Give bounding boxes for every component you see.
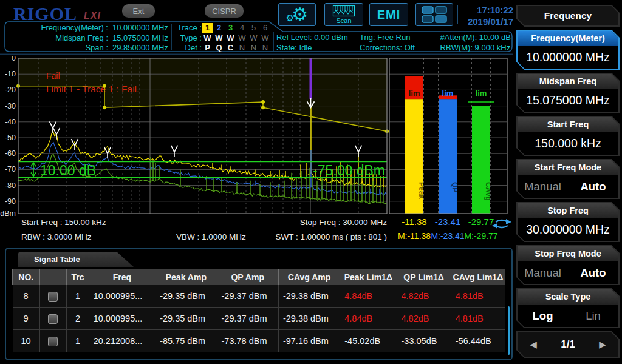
table-header-Trc: Trc bbox=[67, 269, 89, 285]
cell-qp-lim: -33.05dB bbox=[397, 330, 451, 352]
start-freq-annotation: Start Freq : 150.00 kHz bbox=[21, 218, 106, 227]
softkey-value: 30.000000 MHz bbox=[518, 218, 618, 241]
toggle-option-manual[interactable]: Manual bbox=[518, 180, 568, 194]
status-line: State: Idle bbox=[276, 42, 360, 53]
cell-select bbox=[39, 308, 67, 330]
ext-trigger-button[interactable]: Ext bbox=[122, 4, 155, 18]
date: 2019/01/17 bbox=[446, 16, 513, 27]
softkey-toggle: ManualAuto bbox=[518, 261, 618, 284]
trace-status-panel: Trace :123456Type :WWWWWWDet :PQCNNN bbox=[175, 23, 272, 53]
meter-value: 10.000000 MHz bbox=[112, 23, 168, 33]
table-row[interactable]: 10120.212008...-85.75 dBm-73.78 dBm-97.1… bbox=[13, 330, 505, 352]
trace-1-type: W bbox=[202, 33, 213, 44]
trace-2-trace: 2 bbox=[213, 23, 225, 33]
softkey-stop-freq[interactable]: Stop Freq30.000000 MHz bbox=[516, 202, 620, 242]
row-checkbox[interactable] bbox=[48, 314, 58, 324]
meter-value: 29.850000 MHz bbox=[112, 43, 168, 53]
page-prev-button[interactable]: ◀ bbox=[518, 339, 549, 350]
softkey-shape: Start Freq150.000 kHz bbox=[516, 116, 620, 156]
softkey-inner: Frequency(Meter)10.000000 MHz bbox=[518, 31, 618, 69]
trace-2-det: Q bbox=[213, 43, 225, 53]
softkey-menu: Frequency Frequency(Meter)10.000000 MHzM… bbox=[516, 5, 620, 361]
status-line: RBW(M): 9.000 kHz bbox=[440, 42, 513, 53]
table-row[interactable]: 9210.000995...-29.35 dBm-29.37 dBm-29.38… bbox=[13, 308, 505, 330]
table-scrollbar[interactable] bbox=[508, 306, 510, 355]
meter-row: Span :29.850000 MHz bbox=[9, 43, 169, 53]
softkey-shape: Stop Freq30.000000 MHz bbox=[516, 202, 620, 242]
stop-freq-annotation: Stop Freq : 30.000 MHz bbox=[265, 218, 387, 227]
softkey-label: Start Freq Mode bbox=[518, 160, 618, 175]
sweep-status-panel: Ref Level: 0.00 dBmState: IdleTrig: Free… bbox=[276, 32, 513, 53]
status-col-level: Ref Level: 0.00 dBmState: Idle bbox=[276, 32, 360, 53]
cell-cavg-lim: -56.44dB bbox=[451, 330, 505, 352]
scan-label: Scan bbox=[336, 18, 351, 24]
menu-title-frequency: Frequency bbox=[516, 5, 620, 27]
table-header-select bbox=[39, 269, 67, 285]
trace-4-det: N bbox=[236, 43, 248, 53]
status-col-trig: Trig: Free RunCorrections: Off bbox=[360, 32, 440, 53]
cell-qp-lim: 4.82dB bbox=[397, 285, 451, 308]
system-setup-button[interactable]: ⚙ ⚙ bbox=[278, 3, 316, 26]
softkey-stop-freq-mode[interactable]: Stop Freq ModeManualAuto bbox=[516, 245, 620, 285]
trace-3-type: W bbox=[225, 33, 236, 44]
emi-mode-button[interactable]: EMI bbox=[369, 3, 408, 26]
table-header-Peak Lim1Δ: Peak Lim1Δ bbox=[340, 269, 397, 285]
status-line: #Atten(M): 10.00 dB bbox=[440, 32, 513, 42]
signal-table-tab[interactable]: Signal Table bbox=[18, 252, 134, 267]
cell-cavg-lim: 4.81dB bbox=[451, 285, 505, 308]
toggle-option-log[interactable]: Log bbox=[518, 309, 568, 323]
svg-text:lim: lim bbox=[409, 89, 420, 98]
table-header-CAvg Amp: CAvg Amp bbox=[278, 269, 340, 285]
softkey-inner: Stop Freq30.000000 MHz bbox=[518, 203, 618, 241]
trace-4-trace: 4 bbox=[236, 23, 248, 33]
scan-button[interactable]: Scan bbox=[324, 3, 363, 26]
cell-trc: 1 bbox=[67, 285, 89, 308]
svg-text:-50: -50 bbox=[5, 133, 16, 142]
table-header-NO.: NO. bbox=[13, 269, 40, 285]
table-row[interactable]: 8110.000995...-29.35 dBm-29.37 dBm-29.38… bbox=[13, 285, 505, 308]
cell-trc: 1 bbox=[67, 330, 89, 352]
softkey-shape: Stop Freq ModeManualAuto bbox=[516, 245, 620, 285]
trace-4-type: W bbox=[236, 33, 248, 44]
softkey-value: 10.000000 MHz bbox=[518, 46, 618, 69]
softkey-shape: Scale TypeLogLin bbox=[516, 288, 620, 328]
svg-text:M:-11.38: M:-11.38 bbox=[398, 231, 431, 241]
toggle-option-auto[interactable]: Auto bbox=[568, 266, 618, 280]
toggle-option-auto[interactable]: Auto bbox=[568, 180, 618, 194]
softkey-scale-type[interactable]: Scale TypeLogLin bbox=[516, 288, 620, 328]
meter-value: 15.075000 MHz bbox=[112, 33, 168, 44]
softkey-start-freq[interactable]: Start Freq150.000 kHz bbox=[516, 116, 620, 156]
toggle-option-manual[interactable]: Manual bbox=[518, 266, 568, 280]
softkey-inner: Start Freq ModeManualAuto bbox=[518, 160, 618, 198]
cell-qp-amp: -29.37 dBm bbox=[217, 285, 278, 308]
rbw-annotation: RBW : 3.0000 MHz bbox=[21, 232, 92, 241]
cell-peak-amp: -85.75 dBm bbox=[156, 330, 217, 352]
meter-row: Frequency(Meter) :10.000000 MHz bbox=[9, 23, 169, 33]
cell-no: 10 bbox=[13, 330, 40, 352]
rigol-logo: RIGOL bbox=[13, 4, 77, 24]
cell-peak-lim: 4.84dB bbox=[340, 285, 397, 308]
svg-text:Peak: Peak bbox=[417, 182, 426, 199]
softkey-midspan-freq[interactable]: Midspan Freq15.075000 MHz bbox=[516, 73, 620, 113]
svg-text:-20: -20 bbox=[5, 86, 16, 94]
softkey-frequency-meter-[interactable]: Frequency(Meter)10.000000 MHz bbox=[516, 30, 620, 70]
svg-text:-30: -30 bbox=[5, 102, 16, 110]
softkey-toggle: LogLin bbox=[518, 305, 618, 327]
svg-text:M:-23.41: M:-23.41 bbox=[431, 231, 464, 241]
cispr-button[interactable]: CISPR bbox=[205, 4, 244, 18]
det-row: Det :PQCNNN bbox=[175, 43, 272, 53]
status-line: Ref Level: 0.00 dBm bbox=[276, 32, 360, 42]
cell-freq: 20.212008... bbox=[89, 330, 155, 352]
emi-label: EMI bbox=[377, 8, 401, 22]
softkey-start-freq-mode[interactable]: Start Freq ModeManualAuto bbox=[516, 159, 620, 199]
toggle-option-lin[interactable]: Lin bbox=[568, 309, 618, 323]
softkey-value: 150.000 kHz bbox=[518, 132, 618, 155]
svg-text:M:-29.77: M:-29.77 bbox=[464, 231, 497, 241]
meter-row: Midspan Freq :15.075000 MHz bbox=[9, 33, 169, 44]
row-checkbox[interactable] bbox=[48, 337, 58, 346]
cell-select bbox=[39, 285, 67, 308]
row-checkbox[interactable] bbox=[48, 292, 58, 302]
svg-text:Limit 1 - Trace 1 : Fail.: Limit 1 - Trace 1 : Fail. bbox=[46, 84, 139, 94]
svg-text:lim: lim bbox=[476, 89, 487, 98]
page-next-button[interactable]: ▶ bbox=[587, 339, 618, 350]
